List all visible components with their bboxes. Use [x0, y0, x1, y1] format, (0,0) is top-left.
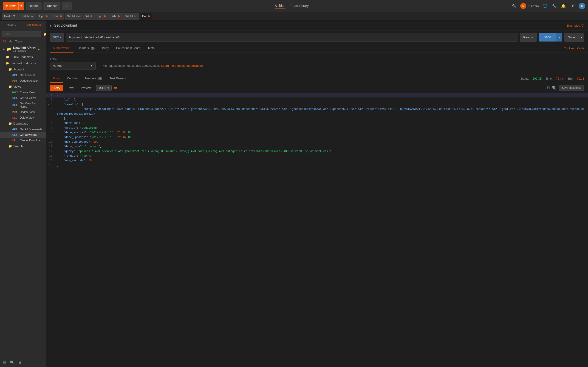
bell-icon[interactable]: 🔔: [561, 3, 566, 9]
sidebar-tab-history[interactable]: History: [0, 21, 23, 29]
tab-crea[interactable]: Crea: [50, 13, 64, 20]
sidebar-item-create-view[interactable]: POST Create View: [0, 90, 46, 95]
sidebar-item-update-account[interactable]: PUT Update Account: [0, 78, 46, 83]
sidebar-item-downloads-folder[interactable]: 📁 Downloads ···: [0, 120, 46, 127]
tab-health[interactable]: Health Ch: [2, 13, 19, 20]
sidebar-item-cancel-download[interactable]: DEL Cancel Download: [0, 138, 46, 143]
new-dropdown-arrow[interactable]: ▾: [18, 2, 24, 10]
tab-headers[interactable]: Headers 1: [74, 44, 98, 52]
save-dropdown[interactable]: ▾: [579, 33, 584, 41]
sync-status: ◎ IN SYNC: [520, 3, 539, 9]
plus-icon: ✚: [6, 4, 8, 8]
params-button[interactable]: Params: [520, 33, 537, 42]
sidebar-monitor-icon[interactable]: 🖥: [18, 360, 22, 365]
tab-upd2-label: Upd: [97, 15, 103, 18]
tab-team-library[interactable]: Team Library: [290, 3, 309, 9]
res-tab-test-results[interactable]: Test Results: [106, 74, 129, 83]
interceptor-icon[interactable]: 🔌: [511, 3, 517, 9]
sidebar-item-views-folder[interactable]: 📁 Views ···: [0, 83, 46, 90]
breadcrumb-arrow[interactable]: ▶: [50, 24, 52, 27]
new-button[interactable]: ✚ New ▾: [3, 2, 24, 10]
send-button[interactable]: Send: [539, 33, 556, 42]
code-link[interactable]: Code: [577, 47, 584, 50]
format-preview[interactable]: Preview: [78, 85, 94, 91]
save-button[interactable]: Save: [564, 33, 579, 41]
globe-icon[interactable]: 🌐: [542, 3, 548, 9]
tab-get-dl[interactable]: Get: [140, 13, 152, 20]
tab-get-account[interactable]: Get Accou: [19, 13, 36, 20]
tab-builder[interactable]: Builder: [275, 3, 285, 9]
res-tab-body[interactable]: Body: [50, 74, 63, 83]
method-select[interactable]: GET ▾: [50, 33, 64, 42]
save-response-button[interactable]: Save Response: [559, 85, 584, 91]
res-tab-headers[interactable]: Headers 6: [82, 74, 105, 83]
wrench-icon[interactable]: 🔧: [551, 3, 557, 9]
wrap-icon[interactable]: ⇌: [113, 85, 117, 90]
sidebar-item-get-download[interactable]: GET Get Download: [0, 132, 46, 138]
auth-type-select[interactable]: No Auth ▾: [50, 62, 95, 69]
sync-label: IN SYNC: [527, 4, 539, 8]
filter-all[interactable]: All: [3, 40, 6, 43]
table-row: 13 "format": "json",: [46, 154, 588, 158]
tab-authorization[interactable]: Authorization: [50, 44, 73, 52]
time-label: Time:: [546, 77, 553, 80]
send-dropdown[interactable]: ▾: [556, 33, 562, 42]
sidebar-search-icon[interactable]: 🔍: [10, 360, 15, 365]
tab-upd2[interactable]: Upd: [95, 13, 108, 20]
sync-circle: ◎: [520, 3, 526, 9]
heart-icon[interactable]: ♥: [570, 3, 576, 9]
tab-get-all-vie[interactable]: Get All Vie: [65, 13, 82, 20]
tab-body[interactable]: Body: [99, 44, 112, 52]
format-select[interactable]: JSON ▾: [96, 85, 112, 91]
sidebar-item-public-endpoints[interactable]: 📁 Public Endpoints ···: [0, 54, 46, 60]
sidebar-item-get-all-downloads[interactable]: GET Get All Downloads: [0, 127, 46, 132]
method-badge-get-account: GET: [11, 74, 18, 77]
examples-link[interactable]: Examples (0): [567, 24, 584, 27]
line-number: 13: [46, 154, 55, 158]
tab-upd1-label: Upd: [39, 15, 44, 18]
filter-team[interactable]: Team: [15, 40, 22, 43]
sidebar-item-get-all-views[interactable]: GET Get All Views: [0, 95, 46, 101]
sidebar-item-account-folder[interactable]: 📁 Account ···: [0, 66, 46, 73]
collapse-arrow[interactable]: ▼: [48, 103, 50, 106]
line-number: ▼3: [46, 102, 55, 107]
tab-get2[interactable]: Get: [82, 13, 95, 20]
format-raw[interactable]: Raw: [65, 85, 76, 91]
collection-header[interactable]: ▶ 📁 Datafiniti API v4 32 requests ★: [0, 44, 46, 54]
filter-me[interactable]: Me: [9, 40, 12, 43]
import-button[interactable]: Import: [26, 2, 42, 10]
sidebar-tab-collections[interactable]: Collections: [23, 21, 46, 29]
tab-tests[interactable]: Tests: [145, 44, 158, 52]
sidebar-item-get-account[interactable]: GET Get Account: [0, 73, 46, 78]
tab-dele[interactable]: Dele: [108, 13, 122, 20]
table-row: 15}: [46, 163, 588, 168]
tab-upd1[interactable]: Upd: [37, 13, 50, 20]
line-number: 1: [46, 93, 55, 98]
sidebar-item-search-folder[interactable]: 📁 Search ···: [0, 143, 46, 149]
tab-get-dl-label: Get: [142, 15, 147, 18]
settings-icon[interactable]: ⚙: [579, 3, 585, 9]
tab-pre-request[interactable]: Pre-request Script: [113, 44, 144, 52]
search-icon[interactable]: 🔍: [552, 86, 556, 90]
sidebar-item-secured-endpoints[interactable]: 📂 Secured Endpoints ···: [0, 60, 46, 66]
auth-type-label: TYPE: [50, 57, 95, 60]
auth-learn-link[interactable]: Learn more about authorization: [161, 64, 203, 67]
collection-runner-button[interactable]: ⊞: [62, 2, 72, 10]
collection-name: Datafiniti API v4: [13, 46, 36, 49]
auth-panel: TYPE No Auth ▾ This request does not use…: [46, 53, 588, 74]
status-label: Status:: [520, 77, 529, 80]
sidebar-panel-icon[interactable]: ▤: [3, 360, 6, 365]
tab-get-all-do[interactable]: Get All Do: [122, 13, 139, 20]
format-pretty[interactable]: Pretty: [50, 85, 63, 91]
url-input[interactable]: [66, 33, 518, 42]
sidebar-item-delete-view[interactable]: DEL Delete View: [0, 115, 46, 120]
runner-button[interactable]: Runner: [43, 2, 61, 10]
res-tab-cookies[interactable]: Cookies: [64, 74, 81, 83]
method-badge-get-view-by-name: GET: [11, 104, 18, 106]
line-number: 10: [46, 140, 55, 144]
filter-input[interactable]: [2, 31, 41, 37]
cookies-link[interactable]: Cookies: [564, 47, 574, 50]
sidebar-item-get-view-by-name[interactable]: GET Get View By Name: [0, 101, 46, 109]
copy-icon[interactable]: ⎘: [547, 86, 550, 90]
sidebar-item-update-view[interactable]: PUT Update View: [0, 109, 46, 115]
